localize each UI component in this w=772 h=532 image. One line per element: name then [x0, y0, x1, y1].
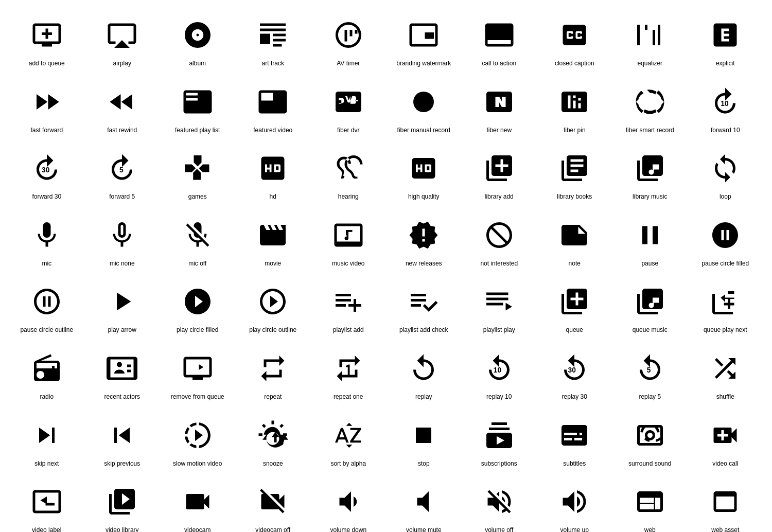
video-label-label: video label — [32, 526, 61, 532]
icon-item-fast-rewind: fast rewind — [86, 77, 159, 139]
high-quality-label: high quality — [408, 193, 440, 201]
icon-item-replay-5: 5replay 5 — [613, 344, 687, 405]
repeat-label: repeat — [264, 393, 282, 401]
icon-item-art-track: art track — [237, 10, 310, 72]
new-releases-label: new releases — [406, 260, 442, 268]
icon-item-call-to-action: call to action — [463, 10, 536, 72]
replay-30-label: replay 30 — [562, 393, 587, 401]
forward-10-label: forward 10 — [711, 127, 740, 135]
queue-music-label: queue music — [633, 326, 668, 334]
icon-item-new-releases: new releases — [388, 210, 461, 272]
games-label: games — [188, 193, 207, 201]
video-label-icon — [26, 481, 67, 522]
icon-item-fiber-new: fiber new — [463, 77, 536, 139]
icon-item-forward-10: 10forward 10 — [689, 77, 762, 139]
icon-item-mic-off: mic off — [161, 210, 234, 272]
videocam-label: videocam — [184, 526, 210, 532]
icon-item-play-circle-outline: play circle outline — [237, 277, 310, 339]
icon-item-web-asset: web asset — [689, 477, 762, 532]
icon-item-sort-by-alpha: sort by alpha — [312, 411, 385, 472]
slow-motion-video-label: slow motion video — [173, 460, 222, 468]
play-circle-outline-label: play circle outline — [249, 326, 296, 334]
library-books-label: library books — [557, 193, 592, 201]
icon-item-fiber-manual-record: fiber manual record — [388, 77, 461, 139]
repeat-icon — [252, 348, 293, 389]
pause-circle-outline-label: pause circle outline — [20, 326, 73, 334]
icon-item-hd: hd — [237, 144, 310, 205]
remove-from-queue-label: remove from queue — [171, 393, 224, 401]
fiber-new-icon — [479, 81, 520, 122]
fiber-pin-label: fiber pin — [564, 127, 586, 135]
skip-next-label: skip next — [34, 460, 59, 468]
play-arrow-icon — [101, 281, 143, 322]
icon-item-recent-actors: recent actors — [86, 344, 159, 405]
fiber-dvr-icon — [328, 81, 369, 122]
library-music-icon — [629, 148, 671, 189]
new-releases-icon — [403, 215, 444, 256]
closed-caption-label: closed caption — [555, 60, 594, 68]
icon-item-repeat-one: repeat one — [312, 344, 385, 405]
movie-label: movie — [265, 260, 281, 268]
library-add-label: library add — [485, 193, 514, 201]
repeat-one-label: repeat one — [334, 393, 363, 401]
icon-item-pause-circle-filled: pause circle filled — [689, 210, 762, 272]
mic-none-icon — [101, 215, 143, 256]
videocam-off-icon — [252, 481, 293, 522]
icon-item-av-timer: AV timer — [312, 10, 385, 72]
subtitles-label: subtitles — [563, 460, 586, 468]
queue-play-next-icon — [705, 281, 746, 322]
videocam-icon — [177, 481, 218, 522]
svg-text:10: 10 — [721, 99, 729, 107]
video-library-icon — [101, 481, 143, 522]
volume-mute-label: volume mute — [406, 526, 442, 532]
playlist-play-label: playlist play — [483, 326, 515, 334]
icon-item-radio: radio — [10, 344, 83, 405]
skip-previous-icon — [101, 415, 143, 456]
mic-icon — [26, 215, 67, 256]
snooze-icon — [252, 415, 293, 456]
loop-label: loop — [720, 193, 731, 201]
fiber-dvr-label: fiber dvr — [337, 127, 359, 135]
featured-play-list-icon — [177, 81, 218, 122]
remove-from-queue-icon — [177, 348, 218, 389]
web-asset-label: web asset — [711, 526, 739, 532]
recent-actors-label: recent actors — [104, 393, 140, 401]
volume-off-icon — [479, 481, 520, 522]
shuffle-icon — [705, 348, 746, 389]
replay-10-icon: 10 — [479, 348, 520, 389]
icon-item-volume-mute: volume mute — [388, 477, 461, 532]
icon-item-library-books: library books — [538, 144, 611, 205]
icon-item-high-quality: high quality — [388, 144, 461, 205]
video-call-label: video call — [712, 460, 738, 468]
play-circle-filled-label: play circle filled — [177, 326, 218, 334]
airplay-label: airplay — [113, 60, 131, 68]
mic-off-icon — [177, 215, 218, 256]
icon-item-explicit: explicit — [689, 10, 762, 72]
snooze-label: snooze — [263, 460, 283, 468]
svg-rect-4 — [273, 39, 286, 42]
subtitles-icon — [554, 415, 595, 456]
icon-item-music-video: music video — [312, 210, 385, 272]
icon-item-note: note — [538, 210, 611, 272]
icon-item-mic-none: mic none — [86, 210, 159, 272]
queue-label: queue — [566, 326, 583, 334]
music-video-label: music video — [332, 260, 364, 268]
icon-item-replay: replay — [388, 344, 461, 405]
web-asset-icon — [705, 481, 746, 522]
replay-5-label: replay 5 — [639, 393, 661, 401]
surround-sound-label: surround sound — [628, 460, 671, 468]
icon-item-video-library: video library — [86, 477, 159, 532]
icon-item-repeat: repeat — [237, 344, 310, 405]
volume-down-label: volume down — [330, 526, 366, 532]
svg-rect-2 — [260, 34, 270, 44]
fiber-new-label: fiber new — [486, 127, 512, 135]
web-label: web — [644, 526, 656, 532]
icon-item-play-arrow: play arrow — [86, 277, 159, 339]
icon-item-playlist-add-check: playlist add check — [388, 277, 461, 339]
volume-mute-icon — [403, 481, 444, 522]
video-library-label: video library — [106, 526, 139, 532]
high-quality-icon — [403, 148, 444, 189]
svg-rect-1 — [260, 29, 286, 31]
queue-music-icon — [629, 281, 671, 322]
queue-play-next-label: queue play next — [704, 326, 747, 334]
